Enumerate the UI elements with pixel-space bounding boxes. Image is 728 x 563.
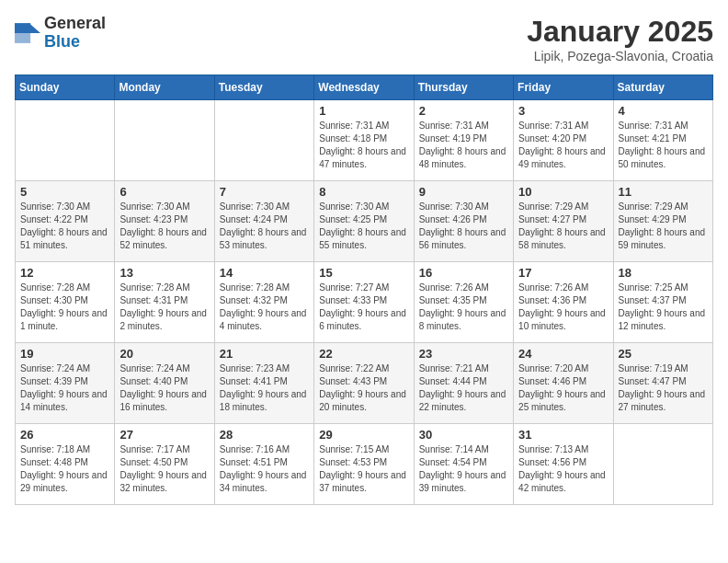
day-number: 18 [619, 266, 708, 280]
day-cell [115, 100, 214, 181]
day-number: 3 [518, 104, 608, 118]
day-cell: 14Sunrise: 7:28 AM Sunset: 4:32 PM Dayli… [214, 262, 313, 343]
day-cell: 22Sunrise: 7:22 AM Sunset: 4:43 PM Dayli… [314, 343, 414, 424]
day-number: 26 [20, 428, 109, 442]
day-cell: 29Sunrise: 7:15 AM Sunset: 4:53 PM Dayli… [314, 424, 414, 505]
day-number: 21 [220, 347, 309, 361]
day-cell: 1Sunrise: 7:31 AM Sunset: 4:18 PM Daylig… [314, 100, 414, 181]
weekday-header-thursday: Thursday [414, 75, 513, 100]
day-info: Sunrise: 7:17 AM Sunset: 4:50 PM Dayligh… [119, 443, 209, 495]
day-number: 22 [319, 347, 408, 361]
weekday-header-monday: Monday [115, 75, 214, 100]
day-info: Sunrise: 7:24 AM Sunset: 4:40 PM Dayligh… [119, 362, 209, 414]
week-row-4: 19Sunrise: 7:24 AM Sunset: 4:39 PM Dayli… [16, 343, 713, 424]
day-number: 13 [119, 266, 209, 280]
day-number: 12 [20, 266, 109, 280]
day-info: Sunrise: 7:28 AM Sunset: 4:31 PM Dayligh… [119, 282, 209, 333]
day-cell: 24Sunrise: 7:20 AM Sunset: 4:46 PM Dayli… [514, 343, 613, 424]
day-cell [16, 100, 115, 181]
day-cell: 25Sunrise: 7:19 AM Sunset: 4:47 PM Dayli… [613, 343, 712, 424]
day-number: 4 [619, 104, 708, 118]
svg-rect-2 [15, 33, 30, 43]
week-row-3: 12Sunrise: 7:28 AM Sunset: 4:30 PM Dayli… [16, 262, 713, 343]
day-info: Sunrise: 7:27 AM Sunset: 4:33 PM Dayligh… [319, 282, 408, 333]
day-number: 2 [419, 104, 508, 118]
day-cell: 20Sunrise: 7:24 AM Sunset: 4:40 PM Dayli… [115, 343, 214, 424]
day-info: Sunrise: 7:16 AM Sunset: 4:51 PM Dayligh… [220, 443, 309, 495]
day-number: 24 [518, 347, 608, 361]
day-cell: 28Sunrise: 7:16 AM Sunset: 4:51 PM Dayli… [214, 424, 313, 505]
day-info: Sunrise: 7:31 AM Sunset: 4:20 PM Dayligh… [518, 120, 608, 171]
day-number: 1 [319, 104, 408, 118]
day-info: Sunrise: 7:15 AM Sunset: 4:53 PM Dayligh… [319, 443, 408, 495]
day-number: 17 [518, 266, 608, 280]
day-info: Sunrise: 7:14 AM Sunset: 4:54 PM Dayligh… [419, 443, 508, 495]
day-cell: 26Sunrise: 7:18 AM Sunset: 4:48 PM Dayli… [16, 424, 115, 505]
title-block: January 2025 Lipik, Pozega-Slavonia, Cro… [527, 15, 713, 63]
day-number: 19 [20, 347, 109, 361]
day-cell: 15Sunrise: 7:27 AM Sunset: 4:33 PM Dayli… [314, 262, 414, 343]
day-cell: 13Sunrise: 7:28 AM Sunset: 4:31 PM Dayli… [115, 262, 214, 343]
calendar-location: Lipik, Pozega-Slavonia, Croatia [527, 49, 713, 63]
svg-rect-1 [15, 23, 30, 33]
day-cell: 10Sunrise: 7:29 AM Sunset: 4:27 PM Dayli… [514, 181, 613, 262]
logo-text: General Blue [44, 15, 106, 52]
day-cell: 2Sunrise: 7:31 AM Sunset: 4:19 PM Daylig… [414, 100, 513, 181]
day-cell: 8Sunrise: 7:30 AM Sunset: 4:25 PM Daylig… [314, 181, 414, 262]
logo-general: General [44, 14, 106, 32]
day-info: Sunrise: 7:20 AM Sunset: 4:46 PM Dayligh… [518, 362, 608, 414]
day-info: Sunrise: 7:19 AM Sunset: 4:47 PM Dayligh… [619, 362, 708, 414]
day-cell: 27Sunrise: 7:17 AM Sunset: 4:50 PM Dayli… [115, 424, 214, 505]
logo-icon [15, 20, 40, 46]
day-number: 7 [220, 185, 309, 199]
day-info: Sunrise: 7:30 AM Sunset: 4:23 PM Dayligh… [119, 201, 209, 252]
week-row-5: 26Sunrise: 7:18 AM Sunset: 4:48 PM Dayli… [16, 424, 713, 505]
day-cell: 31Sunrise: 7:13 AM Sunset: 4:56 PM Dayli… [514, 424, 613, 505]
day-number: 14 [220, 266, 309, 280]
day-number: 11 [619, 185, 708, 199]
day-number: 28 [220, 428, 309, 442]
weekday-header-saturday: Saturday [613, 75, 712, 100]
day-info: Sunrise: 7:29 AM Sunset: 4:29 PM Dayligh… [619, 201, 708, 252]
day-info: Sunrise: 7:13 AM Sunset: 4:56 PM Dayligh… [518, 443, 608, 495]
day-cell: 9Sunrise: 7:30 AM Sunset: 4:26 PM Daylig… [414, 181, 513, 262]
page-header: General Blue January 2025 Lipik, Pozega-… [15, 15, 713, 63]
day-cell: 23Sunrise: 7:21 AM Sunset: 4:44 PM Dayli… [414, 343, 513, 424]
day-info: Sunrise: 7:30 AM Sunset: 4:24 PM Dayligh… [220, 201, 309, 252]
day-cell: 19Sunrise: 7:24 AM Sunset: 4:39 PM Dayli… [16, 343, 115, 424]
day-number: 9 [419, 185, 508, 199]
day-number: 15 [319, 266, 408, 280]
day-info: Sunrise: 7:28 AM Sunset: 4:30 PM Dayligh… [20, 282, 109, 333]
day-number: 25 [619, 347, 708, 361]
weekday-header-sunday: Sunday [16, 75, 115, 100]
day-number: 5 [20, 185, 109, 199]
day-info: Sunrise: 7:23 AM Sunset: 4:41 PM Dayligh… [220, 362, 309, 414]
weekday-header-row: SundayMondayTuesdayWednesdayThursdayFrid… [16, 75, 713, 100]
logo-blue: Blue [44, 32, 80, 51]
calendar-title: January 2025 [527, 15, 713, 49]
day-cell: 21Sunrise: 7:23 AM Sunset: 4:41 PM Dayli… [214, 343, 313, 424]
day-cell: 5Sunrise: 7:30 AM Sunset: 4:22 PM Daylig… [16, 181, 115, 262]
day-cell: 18Sunrise: 7:25 AM Sunset: 4:37 PM Dayli… [613, 262, 712, 343]
day-cell: 12Sunrise: 7:28 AM Sunset: 4:30 PM Dayli… [16, 262, 115, 343]
weekday-header-tuesday: Tuesday [214, 75, 313, 100]
day-info: Sunrise: 7:25 AM Sunset: 4:37 PM Dayligh… [619, 282, 708, 333]
day-number: 23 [419, 347, 508, 361]
day-cell: 30Sunrise: 7:14 AM Sunset: 4:54 PM Dayli… [414, 424, 513, 505]
day-number: 20 [119, 347, 209, 361]
day-number: 16 [419, 266, 508, 280]
day-info: Sunrise: 7:22 AM Sunset: 4:43 PM Dayligh… [319, 362, 408, 414]
day-cell: 6Sunrise: 7:30 AM Sunset: 4:23 PM Daylig… [115, 181, 214, 262]
day-info: Sunrise: 7:30 AM Sunset: 4:25 PM Dayligh… [319, 201, 408, 252]
day-info: Sunrise: 7:29 AM Sunset: 4:27 PM Dayligh… [518, 201, 608, 252]
day-number: 6 [119, 185, 209, 199]
day-cell [214, 100, 313, 181]
day-info: Sunrise: 7:31 AM Sunset: 4:18 PM Dayligh… [319, 120, 408, 171]
day-info: Sunrise: 7:18 AM Sunset: 4:48 PM Dayligh… [20, 443, 109, 495]
day-info: Sunrise: 7:30 AM Sunset: 4:26 PM Dayligh… [419, 201, 508, 252]
weekday-header-wednesday: Wednesday [314, 75, 414, 100]
week-row-1: 1Sunrise: 7:31 AM Sunset: 4:18 PM Daylig… [16, 100, 713, 181]
day-number: 27 [119, 428, 209, 442]
svg-marker-0 [29, 23, 40, 33]
day-number: 31 [518, 428, 608, 442]
